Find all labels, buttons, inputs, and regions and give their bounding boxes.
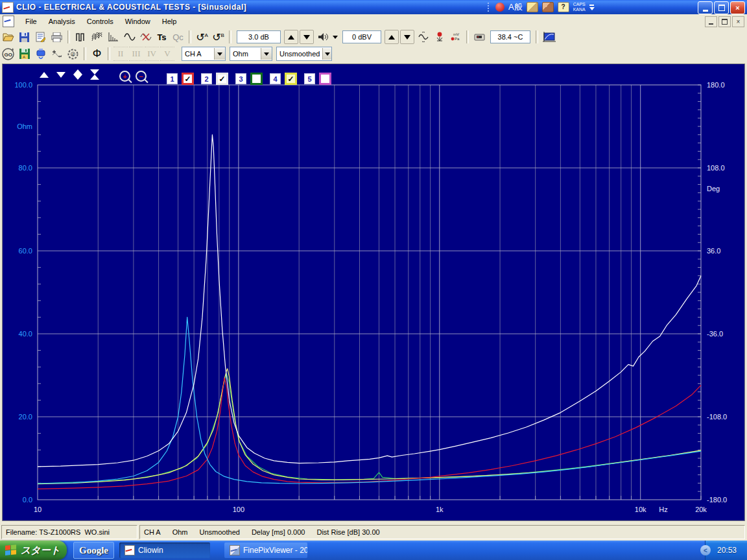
menu-window[interactable]: Window <box>119 16 156 27</box>
ime-minimize-icon[interactable] <box>589 5 594 6</box>
open-file-button[interactable] <box>1 30 16 44</box>
sinusoidal-analysis-button[interactable] <box>122 30 137 44</box>
speaker-dropdown-button[interactable] <box>331 30 339 44</box>
output-mute-button[interactable] <box>315 30 330 44</box>
ts-parameters-button[interactable]: Ts <box>154 30 169 44</box>
go-button[interactable]: GO <box>1 47 16 61</box>
toolbar-separator <box>84 47 86 60</box>
overlay-checkbox-2[interactable]: ✓ <box>216 73 228 85</box>
gain-down-button[interactable] <box>300 30 314 44</box>
overlay-checkbox-row: 1✓2✓34✓5 <box>167 73 331 85</box>
mdi-restore-button[interactable] <box>718 16 731 27</box>
fft-bars-icon <box>108 32 118 41</box>
loop-b-button[interactable]: ↺B <box>211 30 226 44</box>
scale-up-button[interactable] <box>40 72 49 78</box>
hardware-settings-button[interactable] <box>472 30 487 44</box>
start-button[interactable]: スタート <box>0 541 67 560</box>
close-button[interactable]: × <box>730 1 745 14</box>
ime-status-icon[interactable] <box>495 3 504 12</box>
graph-size-button[interactable] <box>541 30 556 44</box>
overlay-checkbox-5[interactable] <box>319 73 331 85</box>
menu-analysis[interactable]: Analysis <box>43 16 81 27</box>
mdi-close-button[interactable]: × <box>732 16 744 27</box>
down-triangle-icon <box>56 72 65 78</box>
google-toolbar-button[interactable]: Google <box>73 542 114 559</box>
combo-dropdown-button[interactable] <box>261 48 272 60</box>
overlay-slot-2-button[interactable]: II <box>113 47 128 61</box>
zoom-out-button[interactable]: − <box>136 71 147 82</box>
print-button[interactable] <box>49 30 64 44</box>
compress-scale-button[interactable] <box>90 69 99 80</box>
ime-tools-icon[interactable] <box>527 2 538 12</box>
overlay-slot-5-button[interactable]: V <box>160 47 174 61</box>
scale-down-button[interactable] <box>56 72 65 78</box>
minimize-button[interactable] <box>698 1 713 14</box>
up-arrow-icon <box>288 35 294 40</box>
ime-mode-button[interactable]: A般 <box>508 1 523 13</box>
level-up-button[interactable] <box>385 30 399 44</box>
svg-text:10: 10 <box>34 506 42 513</box>
kana-label[interactable]: KANA <box>573 7 586 12</box>
title-bar: CLIO - ELECTRICAL & ACOUSTICAL TESTS - [… <box>0 0 747 14</box>
input-gain-display[interactable]: 3.0 dB <box>237 30 281 43</box>
expand-scale-button[interactable] <box>73 69 82 80</box>
taskbar-item-cliowin[interactable]: Cliowin <box>119 542 210 558</box>
toolbar-separator <box>466 30 469 43</box>
ime-expand-icon[interactable] <box>589 7 595 10</box>
loop-a-button[interactable]: ↺A <box>195 30 209 44</box>
menu-file[interactable]: File <box>19 16 43 27</box>
menu-help[interactable]: Help <box>156 16 183 27</box>
level-down-button[interactable] <box>400 30 414 44</box>
ime-help-icon[interactable]: ? <box>558 2 569 12</box>
menu-controls[interactable]: Controls <box>81 16 119 27</box>
gain-up-button[interactable] <box>284 30 298 44</box>
overlay-checkbox-3[interactable] <box>250 73 263 85</box>
mls-icon <box>76 32 86 41</box>
tray-collapse-button[interactable]: < <box>700 545 711 555</box>
overlay-group-1: 1✓ <box>167 73 194 85</box>
combo-dropdown-button[interactable] <box>214 48 225 60</box>
ime-grip-icon[interactable] <box>488 3 492 12</box>
fft-analysis-button[interactable] <box>106 30 121 44</box>
restore-button[interactable] <box>714 1 729 14</box>
curve-overlay-red <box>38 378 701 489</box>
svg-text:1k: 1k <box>436 506 444 513</box>
store-overlay-button[interactable]: A <box>17 47 32 61</box>
combo-dropdown-button[interactable] <box>322 48 331 60</box>
autostore-button[interactable] <box>33 47 48 61</box>
caps-label[interactable]: CAPS <box>573 2 586 7</box>
mic-sensitivity-button[interactable]: mVPa <box>448 30 463 44</box>
channel-combo[interactable]: CH A <box>182 47 226 61</box>
scale-adjust-button[interactable] <box>49 47 64 61</box>
ime-pad-icon[interactable] <box>542 2 554 12</box>
qc-button[interactable]: Qc <box>171 30 185 44</box>
autoscale-button[interactable] <box>416 30 431 44</box>
mvpa-icon: mVPa <box>451 32 461 42</box>
unit-combo[interactable]: Ohm <box>230 47 272 61</box>
window-title: CLIO - ELECTRICAL & ACOUSTICAL TESTS - [… <box>16 3 246 12</box>
qc-icon: Qc <box>172 32 184 42</box>
overlay-checkbox-1[interactable]: ✓ <box>182 73 194 85</box>
save-file-button[interactable] <box>17 30 32 44</box>
mls-analysis-button[interactable] <box>73 30 88 44</box>
overlay-slot-3-button[interactable]: III <box>129 47 143 61</box>
sine-burst-button[interactable] <box>138 30 153 44</box>
smoothing-combo[interactable]: Unsmoothed <box>276 47 332 61</box>
microphone-button[interactable] <box>432 30 447 44</box>
temperature-display[interactable]: 38.4 ~C <box>490 30 530 43</box>
overlay-slot-4-button[interactable]: IV <box>145 47 159 61</box>
svg-text:GO: GO <box>5 52 12 58</box>
taskbar-item-finepixviewer[interactable]: FinePixViewer - 201... <box>224 542 307 558</box>
zoom-in-button[interactable]: + <box>119 71 130 82</box>
graph-background: 0.020.040.060.080.0100.0Ohm-180.0-108.0-… <box>2 64 745 521</box>
expand-icon <box>73 75 82 80</box>
output-level-display[interactable]: 0 dBV <box>342 30 381 43</box>
autorange-button[interactable]: 4 <box>65 47 80 61</box>
overlay-number-label: 3 <box>235 73 246 84</box>
overlay-checkbox-4[interactable]: ✓ <box>285 73 297 85</box>
waterfall-analysis-button[interactable] <box>89 30 104 44</box>
export-notes-button[interactable] <box>33 30 48 44</box>
mdi-minimize-button[interactable] <box>705 16 717 27</box>
phase-display-button[interactable]: Φ <box>89 47 104 61</box>
document-icon[interactable] <box>3 16 14 27</box>
